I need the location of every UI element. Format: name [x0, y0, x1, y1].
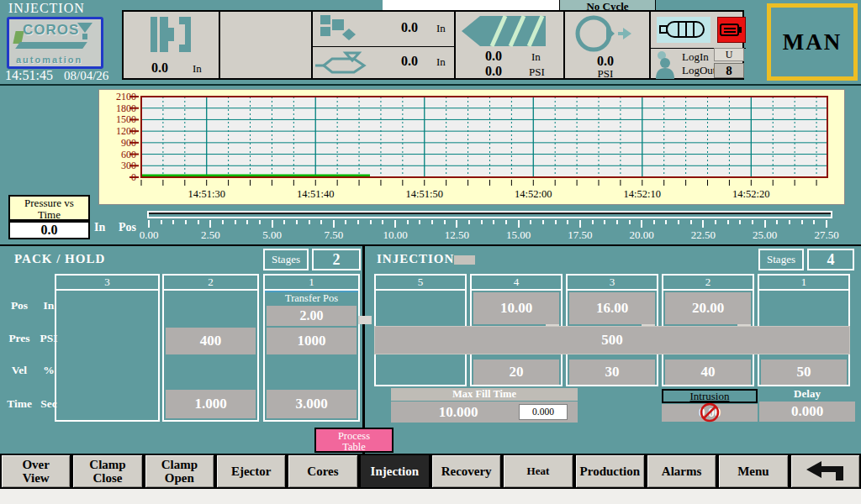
position-slider-track[interactable]	[147, 211, 832, 218]
ruler-minor-tick	[481, 220, 483, 224]
nav-tab-production[interactable]: Production	[574, 454, 646, 489]
stage-column-header[interactable]: 3	[56, 276, 158, 291]
injection-vel-field[interactable]: 30	[569, 360, 655, 385]
injection-pos-field[interactable]: 16.00	[569, 292, 655, 324]
stage-column-header[interactable]: 5	[376, 276, 465, 291]
ruler-minor-tick	[665, 220, 667, 224]
ejector-icon	[319, 15, 357, 44]
ruler-minor-tick	[419, 220, 420, 224]
pack-hold-stages-value[interactable]: 2	[312, 249, 361, 270]
cell-divider	[219, 12, 220, 78]
ruler-minor-tick	[752, 220, 753, 224]
page-title: INJECTION	[8, 1, 85, 16]
injection-title: INJECTION	[377, 252, 454, 266]
ruler-tick-label: 5.00	[247, 228, 298, 242]
ruler-minor-tick	[530, 220, 531, 224]
injection-vel-field[interactable]: 50	[761, 360, 847, 385]
nav-tab-clamp-open[interactable]: ClampOpen	[144, 454, 215, 489]
user-level-box: 8	[714, 63, 744, 78]
svg-text:14:52:00: 14:52:00	[515, 188, 552, 200]
field-handle[interactable]	[358, 316, 372, 324]
nav-tab-cores[interactable]: Cores	[287, 454, 358, 489]
pressure-vs-time-button[interactable]: Pressure vs Time	[8, 195, 90, 221]
svg-text:900: 900	[121, 137, 136, 149]
mode-button[interactable]: MAN	[767, 3, 858, 81]
ruler-minor-tick	[345, 220, 346, 224]
ruler-minor-tick	[727, 220, 729, 224]
login-button[interactable]: LogIn	[682, 50, 709, 64]
nav-label: Menu	[737, 465, 769, 478]
ruler-minor-tick	[555, 220, 557, 224]
nav-tab-clamp-close[interactable]: ClampClose	[71, 454, 143, 489]
ejector-position-unit: In	[436, 22, 446, 35]
ruler-major-tick	[826, 220, 827, 228]
ruler-minor-tick	[616, 220, 618, 224]
ruler-major-tick	[209, 220, 211, 228]
stage-column-header[interactable]: 3	[568, 276, 657, 291]
injection-stages-button[interactable]: Stages	[758, 249, 804, 270]
rotation-pressure-unit: PSI	[586, 67, 625, 81]
stage-column-header[interactable]: 4	[472, 276, 561, 291]
nav-tab-menu[interactable]: Menu	[717, 454, 789, 489]
svg-text:1200: 1200	[116, 125, 136, 137]
pack-pres-field[interactable]: 1000	[267, 328, 357, 354]
stage-column-header[interactable]: 2	[164, 276, 257, 291]
ruler-minor-tick	[604, 220, 605, 224]
pressure-chart-panel: 0300600900120015001800210014:51:3014:51:…	[98, 89, 845, 205]
transfer-pos-label: Transfer Pos	[265, 291, 358, 306]
nav-tab-injection[interactable]: Injection	[359, 454, 430, 489]
pack-time-field[interactable]: 1.000	[166, 390, 256, 418]
ruler-minor-tick	[259, 220, 261, 224]
return-arrow-icon	[803, 459, 847, 484]
ruler-minor-tick	[407, 220, 409, 224]
ruler-major-tick	[702, 220, 704, 228]
ruler-tick-label: 15.00	[494, 228, 544, 242]
nav-tab-over-view[interactable]: OverView	[0, 454, 71, 489]
injection-pressure-field[interactable]: 500	[374, 326, 850, 354]
ruler-tick-label: 0.00	[124, 228, 174, 242]
stage-column-header[interactable]: 2	[663, 276, 753, 291]
injection-pos-field[interactable]: 20.00	[665, 292, 751, 324]
ruler-minor-tick	[468, 220, 470, 224]
svg-text:14:52:20: 14:52:20	[732, 188, 769, 200]
nav-tab-heat[interactable]: Heat	[502, 454, 573, 489]
ruler-minor-tick	[505, 220, 507, 224]
stage-column-header[interactable]: 1	[265, 276, 358, 291]
heater-band-icon[interactable]	[657, 17, 710, 43]
svg-text:1500: 1500	[116, 113, 136, 125]
pack-time-field[interactable]: 3.000	[267, 390, 357, 418]
ruler-tick-label: 7.50	[309, 228, 359, 242]
nav-back-button[interactable]	[790, 454, 861, 489]
heater-alarm-icon[interactable]	[717, 17, 746, 43]
injection-vel-field[interactable]: 40	[665, 360, 751, 385]
pack-hold-stages-button[interactable]: Stages	[263, 249, 309, 270]
logout-button[interactable]: LogOut	[682, 64, 716, 77]
nav-tab-ejector[interactable]: Ejector	[215, 454, 287, 489]
svg-text:14:52:10: 14:52:10	[624, 188, 661, 200]
ruler-minor-tick	[629, 220, 631, 224]
carriage-position-unit: In	[436, 55, 446, 69]
nav-label: Over	[22, 458, 49, 471]
nav-label: Cores	[307, 465, 338, 478]
nav-bar: OverViewClampCloseClampOpenEjectorCoresI…	[0, 454, 861, 489]
carriage-position-value: 0.0	[388, 54, 430, 69]
injection-pos-field[interactable]: 10.00	[473, 292, 559, 324]
pack-pos-field[interactable]: 2.00	[267, 306, 357, 326]
nav-tab-recovery[interactable]: Recovery	[430, 454, 502, 489]
injection-vel-field[interactable]: 20	[473, 360, 559, 385]
logo-subtext: automation	[16, 55, 82, 65]
process-table-button[interactable]: Process Table	[314, 428, 394, 453]
process-table-label-2: Table	[316, 442, 392, 453]
pack-pres-field[interactable]: 400	[166, 328, 256, 354]
ruler-tick-label: 25.00	[740, 228, 790, 242]
ruler-major-tick	[456, 220, 457, 228]
injection-stages-value[interactable]: 4	[807, 249, 854, 270]
coros-logo: COROS automation	[7, 17, 103, 69]
user-label-box: U	[714, 48, 744, 61]
stage-column-header[interactable]: 1	[759, 276, 848, 291]
nav-label: Recovery	[441, 465, 492, 478]
nav-label: Heat	[527, 465, 550, 478]
pack-hold-stage-column-1: 1Transfer Pos2.0010003.000	[263, 274, 360, 422]
delay-value-field[interactable]: 0.000	[759, 402, 855, 422]
nav-tab-alarms[interactable]: Alarms	[646, 454, 717, 489]
